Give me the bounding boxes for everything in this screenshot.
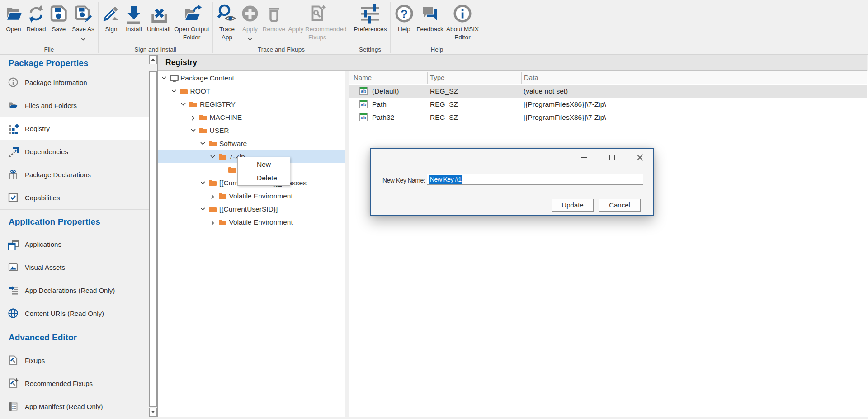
svg-text:ab: ab bbox=[361, 102, 366, 107]
svg-text:ab: ab bbox=[361, 89, 366, 94]
svg-text:ab: ab bbox=[361, 115, 366, 120]
svg-text:?: ? bbox=[401, 7, 408, 21]
